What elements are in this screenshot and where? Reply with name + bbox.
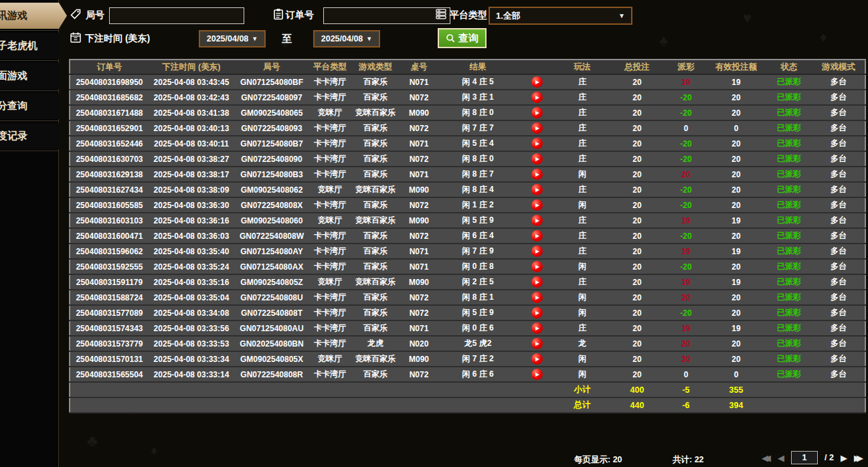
cell-bet_side: 闲: [555, 305, 609, 320]
cell-round_id: GN071254080B7: [234, 136, 309, 151]
order-number-label: 订单号: [286, 9, 314, 21]
replay-play-icon[interactable]: [531, 76, 543, 88]
cell-result: 闲 2 庄 5: [438, 274, 518, 290]
sidebar-item-games[interactable]: 面游戏: [0, 63, 59, 89]
cell-valid_bet: 20: [707, 290, 766, 305]
cell-status: 已派彩: [766, 228, 812, 244]
cell-payout: -20: [665, 151, 707, 167]
sidebar-item-slots[interactable]: 子老虎机: [0, 33, 59, 59]
replay-play-icon[interactable]: [531, 122, 543, 134]
column-header: 游戏模式: [812, 60, 865, 74]
cell-game_type: 百家乐: [351, 151, 400, 167]
replay-play-icon[interactable]: [531, 153, 543, 165]
cell-total_bet: 20: [609, 367, 665, 382]
sidebar-item-live-games[interactable]: 讯游戏: [0, 3, 67, 29]
cell-bet_side: 庄: [555, 90, 609, 105]
cell-valid_bet: 20: [707, 182, 766, 197]
cell-total_bet: 20: [609, 182, 665, 197]
cell-bet_side: 庄: [555, 151, 609, 167]
replay-play-icon[interactable]: [531, 107, 543, 118]
cell-game_type: 竞咪百家乐: [351, 213, 400, 228]
sidebar-divider: [0, 90, 58, 91]
replay-play-icon[interactable]: [531, 307, 543, 318]
cell-table_no: N071: [400, 136, 438, 151]
cell-platform: 卡卡湾厅: [309, 151, 351, 167]
replay-play-icon[interactable]: [531, 169, 543, 180]
replay-play-icon[interactable]: [531, 338, 543, 349]
cell-order_id: 250408031565504: [70, 367, 149, 382]
first-page-icon[interactable]: ◀◀: [762, 453, 771, 463]
sidebar-item-points-query[interactable]: 分查询: [0, 93, 59, 119]
cell-table_no: M090: [400, 351, 438, 367]
cell-valid_bet: 20: [707, 90, 766, 105]
cell-bet_side: 庄: [555, 182, 609, 197]
replay-play-icon[interactable]: [531, 369, 543, 380]
cell-result: 闲 0 庄 8: [438, 259, 518, 274]
cell-order_id: 250408031573779: [70, 336, 149, 351]
cell-total_bet: 20: [609, 274, 665, 290]
cell-round_id: GN07225408097: [234, 90, 309, 105]
cell-table_no: N072: [400, 120, 438, 136]
cell-total_bet: 20: [609, 105, 665, 120]
cell-table_no: N072: [400, 151, 438, 167]
search-button[interactable]: 查询: [438, 28, 487, 48]
cell-bet_time: 2025-04-08 03:36:03: [149, 228, 234, 244]
replay-play-icon[interactable]: [531, 353, 543, 365]
order-number-input[interactable]: [323, 7, 450, 24]
cell-bet_time: 2025-04-08 03:33:53: [149, 336, 234, 351]
next-page-icon[interactable]: ▶: [841, 453, 847, 463]
replay-play-icon[interactable]: [531, 184, 543, 195]
cell-mode: 多台: [812, 213, 865, 228]
cell-mode: 多台: [812, 336, 865, 351]
cell-payout: 19: [665, 74, 707, 90]
replay-play-icon[interactable]: [531, 322, 543, 334]
replay-play-icon[interactable]: [531, 292, 543, 303]
cell-valid_bet: 20: [707, 336, 766, 351]
replay-play-icon[interactable]: [531, 138, 543, 149]
replay-play-icon[interactable]: [531, 246, 543, 257]
cell-result: 闲 8 庄 7: [438, 167, 518, 182]
replay-play-icon[interactable]: [531, 92, 543, 103]
sidebar-divider: [0, 60, 58, 61]
date-to-picker[interactable]: 2025/04/08 ▼: [313, 30, 380, 48]
cell-payout: 19: [665, 320, 707, 336]
cell-status: 已派彩: [766, 213, 812, 228]
cell-platform: 卡卡湾厅: [309, 90, 351, 105]
cell-status: 已派彩: [766, 244, 812, 259]
cell-round_id: GN071254080BF: [234, 74, 309, 90]
cell-bet_time: 2025-04-08 03:34:08: [149, 305, 234, 320]
replay-play-icon[interactable]: [531, 261, 543, 272]
cell-round_id: GM09025408065: [234, 105, 309, 120]
subtotal-payout: -5: [665, 382, 707, 397]
cell-platform: 竞咪厅: [309, 213, 351, 228]
table-row: 2504080315887242025-04-08 03:35:04GN0722…: [70, 290, 865, 305]
cell-round_id: GM09025408062: [234, 182, 309, 197]
replay-play-icon[interactable]: [531, 230, 543, 242]
replay-play-icon[interactable]: [531, 199, 543, 211]
cell-bet_side: 庄: [555, 274, 609, 290]
cell-order_id: 250408031629138: [70, 167, 149, 182]
cell-mode: 多台: [812, 197, 865, 213]
cell-round_id: GN0722540808U: [234, 290, 309, 305]
replay-play-icon[interactable]: [531, 215, 543, 226]
cell-status: 已派彩: [766, 290, 812, 305]
cell-round_id: GN0722540808T: [234, 305, 309, 320]
list-icon: [435, 8, 447, 20]
cell-round_id: GN071254080B3: [234, 167, 309, 182]
cell-platform: 卡卡湾厅: [309, 167, 351, 182]
cell-mode: 多台: [812, 228, 865, 244]
replay-play-icon[interactable]: [531, 276, 543, 288]
sidebar-item-records[interactable]: 度记录: [0, 123, 59, 149]
date-from-picker[interactable]: 2025/04/08 ▼: [199, 30, 266, 48]
cell-total_bet: 20: [609, 197, 665, 213]
cell-valid_bet: 20: [707, 259, 766, 274]
cell-table_no: N071: [400, 320, 438, 336]
cell-bet_side: 龙: [555, 336, 609, 351]
cell-status: 已派彩: [766, 136, 812, 151]
prev-page-icon[interactable]: ◀: [778, 453, 784, 463]
table-row: 2504080316004712025-04-08 03:36:03GN0722…: [70, 228, 865, 244]
round-number-input[interactable]: [109, 7, 244, 24]
last-page-icon[interactable]: ▶▶: [854, 453, 863, 463]
platform-type-select[interactable]: 1.全部 ▼: [489, 7, 632, 25]
page-number-input[interactable]: [791, 451, 818, 464]
